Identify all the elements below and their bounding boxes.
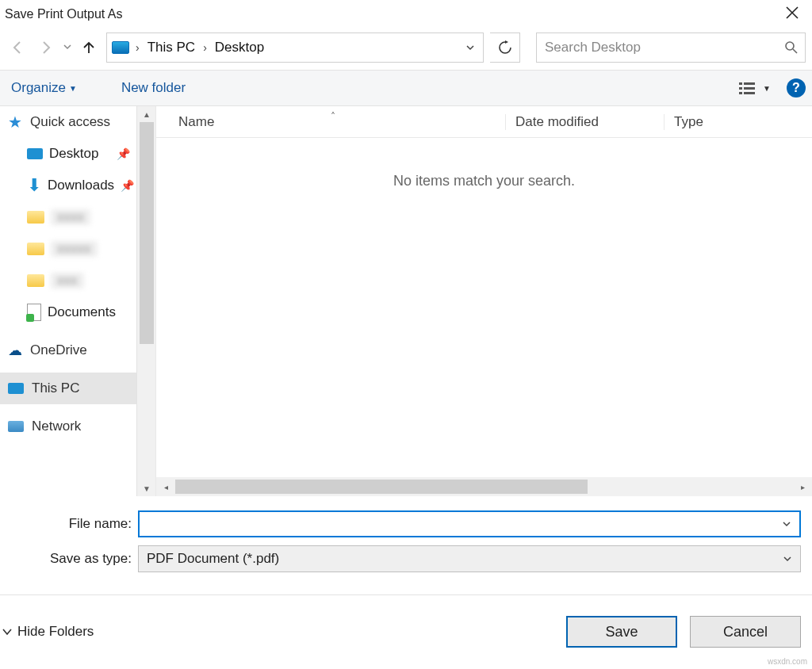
- new-folder-label: New folder: [121, 80, 186, 96]
- file-name-label: File name:: [11, 516, 138, 532]
- column-label: Name: [178, 114, 214, 129]
- refresh-icon: [498, 40, 512, 55]
- sidebar-folder-redacted[interactable]: xxxxx: [0, 233, 136, 265]
- breadcrumb-this-pc[interactable]: This PC: [146, 40, 197, 55]
- arrow-left-icon: [10, 40, 25, 55]
- column-type[interactable]: Type: [664, 114, 812, 130]
- folder-icon: [27, 274, 44, 287]
- network-icon: [8, 421, 24, 432]
- help-button[interactable]: ?: [787, 78, 806, 97]
- monitor-icon: [8, 383, 24, 394]
- cancel-button[interactable]: Cancel: [690, 616, 801, 648]
- hide-folders-label: Hide Folders: [17, 624, 94, 640]
- save-button[interactable]: Save: [566, 616, 677, 648]
- sidebar-item-label: Quick access: [30, 114, 110, 130]
- sidebar-quick-access[interactable]: ★ Quick access: [0, 106, 136, 138]
- folder-icon: [27, 243, 44, 255]
- column-label: Type: [674, 114, 703, 129]
- save-as-type-label: Save as type:: [11, 551, 138, 567]
- star-icon: ★: [8, 113, 22, 132]
- sidebar-this-pc[interactable]: This PC: [0, 373, 136, 404]
- sidebar-folder-redacted[interactable]: xxx: [0, 265, 136, 296]
- search-icon: [784, 40, 799, 55]
- close-button[interactable]: [777, 4, 807, 25]
- svg-rect-1: [739, 82, 742, 85]
- svg-point-0: [786, 42, 794, 50]
- scroll-down-button[interactable]: ▼: [137, 480, 156, 496]
- question-icon: ?: [792, 81, 800, 95]
- chevron-right-icon: ›: [200, 41, 210, 54]
- folder-icon: [27, 211, 44, 224]
- scroll-right-button[interactable]: ▸: [793, 483, 812, 491]
- scroll-thumb[interactable]: [140, 122, 154, 344]
- svg-rect-3: [739, 87, 742, 90]
- sidebar-item-label: Downloads: [48, 178, 114, 193]
- chevron-down-icon: [63, 43, 71, 51]
- sidebar-item-label: Desktop: [49, 146, 98, 162]
- watermark-text: wsxdn.com: [768, 657, 807, 666]
- column-date-modified[interactable]: Date modified: [505, 114, 664, 130]
- cloud-icon: ☁: [8, 342, 22, 359]
- sidebar-folder-redacted[interactable]: xxxx: [0, 201, 136, 233]
- documents-icon: [27, 304, 41, 321]
- window-title: Save Print Output As: [5, 7, 123, 21]
- svg-rect-4: [744, 87, 755, 90]
- sidebar-network[interactable]: Network: [0, 411, 136, 442]
- redacted-label: xxxx: [51, 209, 90, 225]
- content-horizontal-scrollbar[interactable]: ◂ ▸: [156, 477, 812, 496]
- scroll-left-button[interactable]: ◂: [156, 483, 175, 491]
- file-name-combobox[interactable]: [138, 510, 801, 537]
- hide-folders-toggle[interactable]: Hide Folders: [2, 624, 94, 640]
- column-headers: ˄ Name Date modified Type: [156, 106, 812, 138]
- sidebar-downloads[interactable]: ⬇ Downloads 📌: [0, 170, 136, 201]
- file-name-input[interactable]: [144, 516, 779, 532]
- monitor-icon: [112, 41, 129, 54]
- up-button[interactable]: [78, 36, 100, 59]
- navigation-tree[interactable]: ★ Quick access Desktop 📌 ⬇ Downloads 📌 x…: [0, 106, 136, 496]
- caret-down-icon: ▼: [763, 84, 771, 93]
- chevron-down-icon: [465, 43, 475, 52]
- save-as-type-select[interactable]: PDF Document (*.pdf): [138, 545, 801, 572]
- list-view-icon: [739, 81, 756, 95]
- file-name-dropdown[interactable]: [779, 518, 795, 531]
- scroll-up-button[interactable]: ▲: [137, 106, 156, 122]
- sidebar-item-label: OneDrive: [30, 342, 87, 358]
- chevron-down-icon: [2, 626, 13, 637]
- scroll-thumb[interactable]: [175, 480, 588, 494]
- recent-locations-button[interactable]: [63, 43, 71, 52]
- sidebar-desktop[interactable]: Desktop 📌: [0, 138, 136, 170]
- empty-state-message: No items match your search.: [156, 173, 812, 189]
- svg-rect-6: [744, 92, 755, 94]
- sidebar-documents[interactable]: Documents: [0, 296, 136, 328]
- organize-menu[interactable]: Organize ▼: [6, 80, 82, 96]
- address-dropdown[interactable]: [461, 41, 480, 55]
- sidebar-scrollbar[interactable]: ▲ ▼: [136, 106, 155, 496]
- sidebar-onedrive[interactable]: ☁ OneDrive: [0, 334, 136, 366]
- sidebar-item-label: This PC: [32, 380, 79, 396]
- breadcrumb-desktop[interactable]: Desktop: [213, 40, 266, 55]
- chevron-down-icon: [783, 554, 792, 564]
- redacted-label: xxx: [51, 273, 84, 289]
- sort-ascending-icon: ˄: [331, 111, 335, 122]
- close-icon: [785, 6, 799, 20]
- column-name[interactable]: ˄ Name: [156, 114, 505, 130]
- column-label: Date modified: [515, 114, 599, 129]
- redacted-label: xxxxx: [51, 241, 98, 257]
- sidebar-item-label: Network: [32, 419, 81, 434]
- back-button[interactable]: [6, 36, 29, 59]
- search-box[interactable]: [536, 32, 806, 63]
- view-options-button[interactable]: ▼: [733, 81, 777, 95]
- svg-rect-5: [739, 92, 742, 94]
- cancel-button-label: Cancel: [723, 624, 768, 640]
- pin-icon: 📌: [121, 179, 134, 192]
- address-bar[interactable]: › This PC › Desktop: [106, 32, 484, 63]
- search-input[interactable]: [543, 39, 749, 56]
- arrow-right-icon: [38, 40, 54, 55]
- new-folder-button[interactable]: New folder: [117, 80, 190, 96]
- caret-down-icon: ▼: [69, 84, 77, 93]
- pin-icon: 📌: [117, 147, 130, 160]
- desktop-icon: [27, 148, 43, 159]
- refresh-button[interactable]: [490, 32, 520, 63]
- forward-button[interactable]: [35, 36, 57, 59]
- sidebar-item-label: Documents: [48, 304, 116, 320]
